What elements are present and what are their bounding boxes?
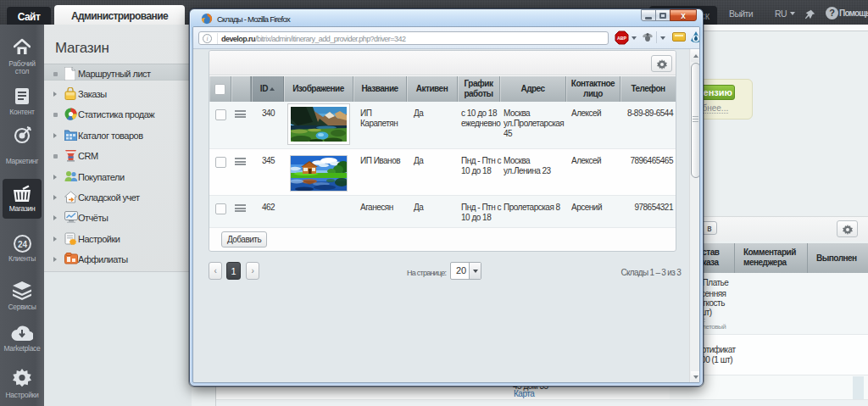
svg-text:24: 24 [17,240,27,249]
svg-text:ABP: ABP [617,36,626,41]
